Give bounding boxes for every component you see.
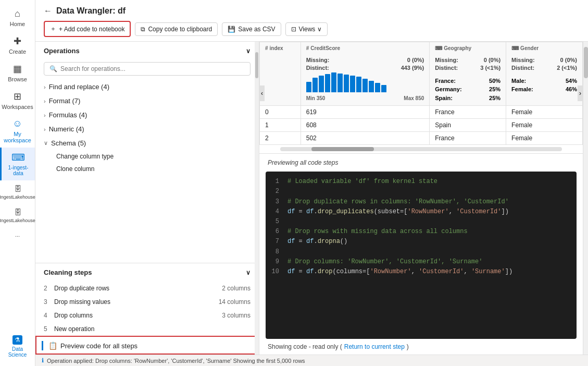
operations-search-box[interactable]: 🔍 xyxy=(44,62,251,76)
add-notebook-button[interactable]: ＋ + Add code to notebook xyxy=(44,21,131,37)
bar-2 xyxy=(312,78,318,92)
main-area: ← Data Wrangler: df ＋ + Add code to note… xyxy=(35,0,588,366)
cleaning-steps-chevron[interactable]: ∨ xyxy=(246,269,251,276)
op-group-formulas: › Formulas (4) xyxy=(35,108,259,122)
creditscore-type-icon: # xyxy=(306,45,309,51)
home-icon: ⌂ xyxy=(15,8,20,19)
views-icon: ⊡ xyxy=(291,26,296,33)
code-line-7: 7 df = df.dropna() xyxy=(271,237,571,247)
preview-code-button[interactable]: 📋 Preview code for all steps xyxy=(48,341,137,350)
format-header[interactable]: › Format (7) xyxy=(40,94,255,108)
op-group-format: › Format (7) xyxy=(35,94,259,108)
my-workspace-icon: ☺ xyxy=(12,118,22,129)
cell-cs-1: 608 xyxy=(301,119,430,132)
code-line-3: 3 # Drop duplicate rows in columns: 'Row… xyxy=(271,197,571,207)
code-line-9: 9 # Drop columns: 'RowNumber', 'Customer… xyxy=(271,257,571,267)
col-header-geography: ⌨ Geography Missing:0 (0%) Distinct:3 (<… xyxy=(430,42,506,106)
col-header-index: # index xyxy=(260,42,301,106)
table-horizontal-scrollbar[interactable] xyxy=(280,147,562,151)
cell-geo-0: France xyxy=(430,106,506,119)
clone-column-item[interactable]: Clone column xyxy=(40,163,255,175)
right-scrollbar[interactable] xyxy=(583,42,588,355)
code-panel: Previewing all code steps 1 # Loaded var… xyxy=(259,154,583,355)
search-icon: 🔍 xyxy=(49,65,57,72)
code-editor: 1 # Loaded variable 'df' from kernel sta… xyxy=(266,172,577,339)
table-row: 2 502 France Female xyxy=(260,132,583,145)
operations-section: Operations ∨ 🔍 › Find and replace (4) xyxy=(35,42,259,263)
table-row: 0 619 France Female xyxy=(260,106,583,119)
schema-header[interactable]: ∨ Schema (5) xyxy=(40,136,255,150)
code-line-5: 5 xyxy=(271,217,571,227)
status-bar: ℹ Operation applied: Drop columns: 'RowN… xyxy=(35,355,588,366)
cell-gender-2: Female xyxy=(506,132,583,145)
op-group-schema: ∨ Schema (5) Change column type Clone co… xyxy=(35,136,259,175)
create-icon: ✚ xyxy=(14,35,21,47)
content-split: Operations ∨ 🔍 › Find and replace (4) xyxy=(35,42,588,355)
cell-index-2: 2 xyxy=(260,132,301,145)
lakehouse-icon-2: 🗄 xyxy=(14,208,21,216)
copy-clipboard-button[interactable]: ⧉ Copy code to clipboard xyxy=(135,22,218,36)
right-panel: ‹ # index # C xyxy=(259,42,583,355)
table-scroll-row xyxy=(259,145,583,153)
sidebar-item-workspaces[interactable]: ⊞ Workspaces xyxy=(0,87,35,114)
index-type-icon: # xyxy=(265,45,268,51)
bar-7 xyxy=(344,75,349,92)
save-csv-button[interactable]: 💾 Save as CSV xyxy=(222,22,281,36)
find-replace-chevron: › xyxy=(44,84,46,90)
cleaning-step-2: 2 Drop duplicate rows 2 columns xyxy=(35,282,259,295)
formulas-header[interactable]: › Formulas (4) xyxy=(40,108,255,122)
sidebar-item-ingest-data[interactable]: ⌨ 1-ingest-data xyxy=(0,148,35,180)
geography-type-icon: ⌨ xyxy=(435,45,442,51)
sidebar-item-ingestlakehouse-2[interactable]: 🗄 IngestLakehouse xyxy=(0,204,35,227)
back-button[interactable]: ← xyxy=(44,6,52,16)
table-nav-right-button[interactable]: › xyxy=(578,86,583,101)
copy-icon: ⧉ xyxy=(141,26,145,33)
preview-code-row[interactable]: 📋 Preview code for all steps xyxy=(35,336,259,355)
operations-title: Operations xyxy=(44,47,80,55)
operations-search-input[interactable] xyxy=(60,65,245,72)
operations-chevron[interactable]: ∨ xyxy=(246,47,251,55)
geography-categories: France:50% Germany:25% Spain:25% xyxy=(430,75,506,106)
bar-4 xyxy=(325,74,330,92)
save-icon: 💾 xyxy=(228,26,235,33)
sidebar-item-data-science[interactable]: ⚗ Data Science xyxy=(0,331,35,362)
code-panel-header: Previewing all code steps xyxy=(259,154,583,172)
right-scrollbar-thumb xyxy=(584,47,588,78)
views-button[interactable]: ⊡ Views ∨ xyxy=(285,22,328,36)
op-group-numeric: › Numeric (4) xyxy=(35,122,259,136)
sidebar: ⌂ Home ✚ Create ▦ Browse ⊞ Workspaces ☺ … xyxy=(0,0,35,366)
bar-8 xyxy=(350,76,355,92)
change-column-type-item[interactable]: Change column type xyxy=(40,150,255,163)
bar-1 xyxy=(306,82,311,92)
add-icon: ＋ xyxy=(50,25,56,33)
status-info-icon: ℹ xyxy=(42,357,44,364)
sidebar-item-more[interactable]: ... xyxy=(0,227,35,242)
op-group-find-replace: › Find and replace (4) xyxy=(35,80,259,94)
sidebar-item-create[interactable]: ✚ Create xyxy=(0,31,35,59)
sidebar-item-home[interactable]: ⌂ Home xyxy=(0,4,35,31)
bar-11 xyxy=(369,81,374,92)
sidebar-item-browse[interactable]: ▦ Browse xyxy=(0,59,35,87)
sidebar-item-ingestlakehouse-1[interactable]: 🗄 IngestLakehouse xyxy=(0,180,35,204)
table-nav-left-button[interactable]: ‹ xyxy=(259,86,265,101)
cell-cs-2: 502 xyxy=(301,132,430,145)
schema-chevron: ∨ xyxy=(44,140,48,147)
numeric-header[interactable]: › Numeric (4) xyxy=(40,122,255,136)
find-replace-header[interactable]: › Find and replace (4) xyxy=(40,80,255,94)
data-science-icon: ⚗ xyxy=(12,335,22,345)
return-to-current-step-link[interactable]: Return to current step xyxy=(344,343,405,350)
numeric-chevron: › xyxy=(44,126,46,132)
status-bar-text: Operation applied: Drop columns: 'RowNum… xyxy=(47,358,305,364)
data-table: # index # CreditScore Missing:0 (0%) xyxy=(259,42,583,145)
table-scroll-thumb xyxy=(311,147,374,151)
left-scrollbar[interactable] xyxy=(255,42,259,355)
cell-index-0: 0 xyxy=(260,106,301,119)
table-row: 1 608 Spain Female xyxy=(260,119,583,132)
format-chevron: › xyxy=(44,98,46,104)
cell-cs-0: 619 xyxy=(301,106,430,119)
sidebar-item-my-workspace[interactable]: ☺ My workspace xyxy=(0,114,35,148)
col-header-gender: ⌨ Gender Missing:0 (0%) Distinct:2 (<1%)… xyxy=(506,42,583,106)
toolbar: ＋ + Add code to notebook ⧉ Copy code to … xyxy=(44,21,580,37)
bar-5 xyxy=(331,72,336,92)
cleaning-steps-section: Cleaning steps ∨ 2 Drop duplicate rows 2… xyxy=(35,263,259,336)
